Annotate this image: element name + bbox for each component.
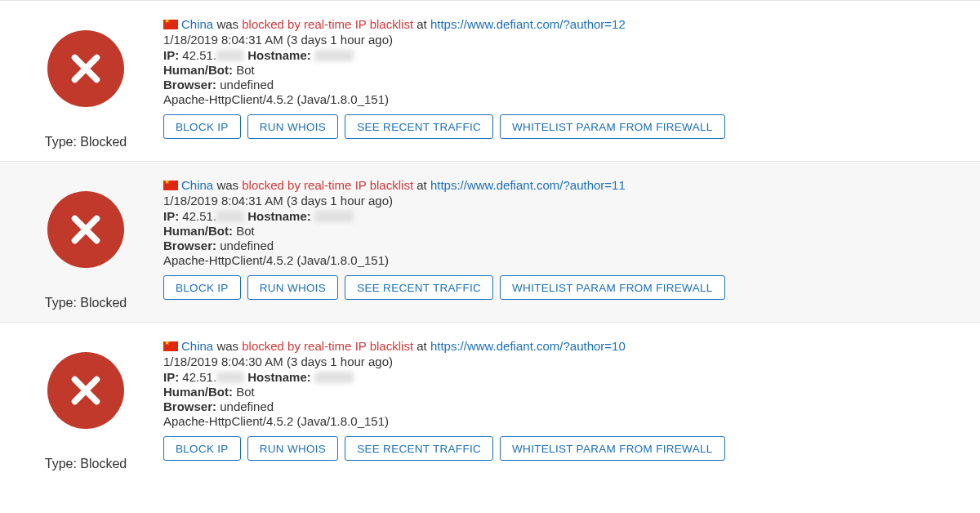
ip-prefix: 42.51. <box>182 370 216 384</box>
text-was: was <box>216 178 238 192</box>
action-buttons: BLOCK IPRUN WHOISSEE RECENT TRAFFICWHITE… <box>163 275 972 300</box>
humanbot-line: Human/Bot: Bot <box>163 385 972 399</box>
hostname-redacted <box>314 211 354 222</box>
type-value: Blocked <box>80 457 127 471</box>
ip-prefix: 42.51. <box>182 48 216 62</box>
browser-value: undefined <box>220 399 274 413</box>
ip-key: IP: <box>163 209 179 223</box>
browser-key: Browser: <box>163 78 216 91</box>
flag-icon <box>163 181 178 190</box>
browser-line: Browser: undefined <box>163 78 972 91</box>
run-whois-button[interactable]: RUN WHOIS <box>247 114 338 139</box>
humanbot-line: Human/Bot: Bot <box>163 224 972 238</box>
summary-line: China was blocked by real-time IP blackl… <box>163 178 972 192</box>
block-ip-button[interactable]: BLOCK IP <box>163 436 241 461</box>
ip-key: IP: <box>163 48 179 62</box>
blocked-x-icon <box>47 30 124 107</box>
hostname-redacted <box>314 372 354 383</box>
timestamp: 1/18/2019 8:04:31 AM (3 days 1 hour ago) <box>163 33 972 47</box>
hostname-key: Hostname: <box>247 209 311 223</box>
humanbot-value: Bot <box>236 385 255 399</box>
flag-icon <box>163 341 178 351</box>
humanbot-key: Human/Bot: <box>163 63 233 77</box>
type-label: Type: Blocked <box>45 135 127 149</box>
entry-content: China was blocked by real-time IP blackl… <box>163 12 972 139</box>
ip-hostname-line: IP: 42.51. Hostname: <box>163 48 972 62</box>
country-link[interactable]: China <box>181 178 213 192</box>
summary-line: China was blocked by real-time IP blackl… <box>163 17 972 31</box>
ip-redacted <box>216 211 244 222</box>
humanbot-key: Human/Bot: <box>163 385 233 399</box>
text-at: at <box>416 339 427 353</box>
whitelist-param-button[interactable]: WHITELIST PARAM FROM FIREWALL <box>500 114 724 139</box>
text-was: was <box>216 339 238 353</box>
block-ip-button[interactable]: BLOCK IP <box>163 275 241 300</box>
hostname-key: Hostname: <box>247 370 311 384</box>
type-key: Type: <box>45 457 77 471</box>
humanbot-value: Bot <box>236 224 255 238</box>
ip-prefix: 42.51. <box>182 209 216 223</box>
ip-redacted <box>216 50 244 61</box>
summary-line: China was blocked by real-time IP blackl… <box>163 339 972 353</box>
run-whois-button[interactable]: RUN WHOIS <box>247 436 338 461</box>
humanbot-key: Human/Bot: <box>163 224 233 238</box>
ip-key: IP: <box>163 370 179 384</box>
timestamp: 1/18/2019 8:04:30 AM (3 days 1 hour ago) <box>163 355 972 368</box>
browser-key: Browser: <box>163 399 216 413</box>
type-value: Blocked <box>80 296 127 310</box>
target-url-link[interactable]: https://www.defiant.com/?author=11 <box>430 178 626 192</box>
entry-status-col: Type: Blocked <box>8 12 163 149</box>
log-entry: Type: BlockedChina was blocked by real-t… <box>0 161 980 322</box>
block-ip-button[interactable]: BLOCK IP <box>163 114 241 139</box>
country-link[interactable]: China <box>181 17 213 31</box>
entry-status-col: Type: Blocked <box>8 173 163 310</box>
block-reason: blocked by real-time IP blacklist <box>242 178 413 192</box>
browser-line: Browser: undefined <box>163 239 972 252</box>
action-buttons: BLOCK IPRUN WHOISSEE RECENT TRAFFICWHITE… <box>163 114 972 139</box>
country-link[interactable]: China <box>181 339 213 353</box>
type-key: Type: <box>45 296 77 310</box>
whitelist-param-button[interactable]: WHITELIST PARAM FROM FIREWALL <box>500 275 724 300</box>
action-buttons: BLOCK IPRUN WHOISSEE RECENT TRAFFICWHITE… <box>163 436 972 461</box>
humanbot-value: Bot <box>236 63 255 77</box>
user-agent: Apache-HttpClient/4.5.2 (Java/1.8.0_151) <box>163 253 972 267</box>
type-key: Type: <box>45 135 77 149</box>
browser-value: undefined <box>220 78 274 91</box>
browser-key: Browser: <box>163 239 216 252</box>
entry-content: China was blocked by real-time IP blackl… <box>163 173 972 300</box>
text-at: at <box>416 178 427 192</box>
ip-hostname-line: IP: 42.51. Hostname: <box>163 370 972 384</box>
see-recent-traffic-button[interactable]: SEE RECENT TRAFFIC <box>345 275 493 300</box>
log-entry: Type: BlockedChina was blocked by real-t… <box>0 322 980 483</box>
see-recent-traffic-button[interactable]: SEE RECENT TRAFFIC <box>345 114 493 139</box>
target-url-link[interactable]: https://www.defiant.com/?author=10 <box>430 339 626 353</box>
block-reason: blocked by real-time IP blacklist <box>242 339 413 353</box>
flag-icon <box>163 20 178 29</box>
browser-line: Browser: undefined <box>163 399 972 413</box>
hostname-key: Hostname: <box>247 48 311 62</box>
text-at: at <box>416 17 427 31</box>
run-whois-button[interactable]: RUN WHOIS <box>247 275 338 300</box>
type-value: Blocked <box>80 135 127 149</box>
type-label: Type: Blocked <box>45 457 127 471</box>
timestamp: 1/18/2019 8:04:31 AM (3 days 1 hour ago) <box>163 194 972 207</box>
hostname-redacted <box>314 50 354 61</box>
user-agent: Apache-HttpClient/4.5.2 (Java/1.8.0_151) <box>163 414 972 428</box>
block-reason: blocked by real-time IP blacklist <box>242 17 413 31</box>
ip-hostname-line: IP: 42.51. Hostname: <box>163 209 972 223</box>
type-label: Type: Blocked <box>45 296 127 310</box>
ip-redacted <box>216 372 244 383</box>
see-recent-traffic-button[interactable]: SEE RECENT TRAFFIC <box>345 436 493 461</box>
target-url-link[interactable]: https://www.defiant.com/?author=12 <box>430 17 626 31</box>
browser-value: undefined <box>220 239 274 252</box>
blocked-x-icon <box>47 191 124 268</box>
log-entry: Type: BlockedChina was blocked by real-t… <box>0 0 980 161</box>
humanbot-line: Human/Bot: Bot <box>163 63 972 77</box>
user-agent: Apache-HttpClient/4.5.2 (Java/1.8.0_151) <box>163 92 972 106</box>
blocked-x-icon <box>47 352 124 429</box>
entry-status-col: Type: Blocked <box>8 334 163 471</box>
entry-content: China was blocked by real-time IP blackl… <box>163 334 972 461</box>
text-was: was <box>216 17 238 31</box>
whitelist-param-button[interactable]: WHITELIST PARAM FROM FIREWALL <box>500 436 724 461</box>
